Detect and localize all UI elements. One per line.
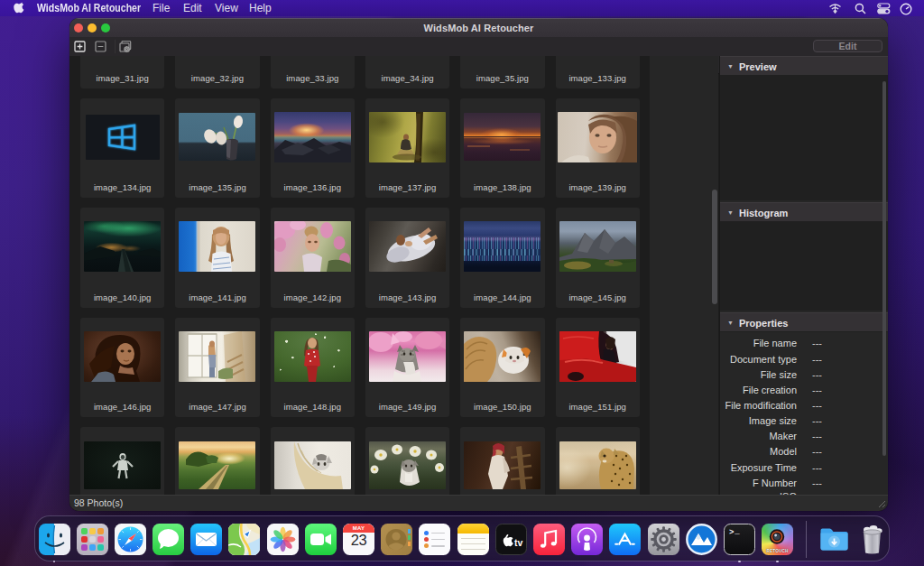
svg-text:tv: tv (514, 537, 522, 548)
